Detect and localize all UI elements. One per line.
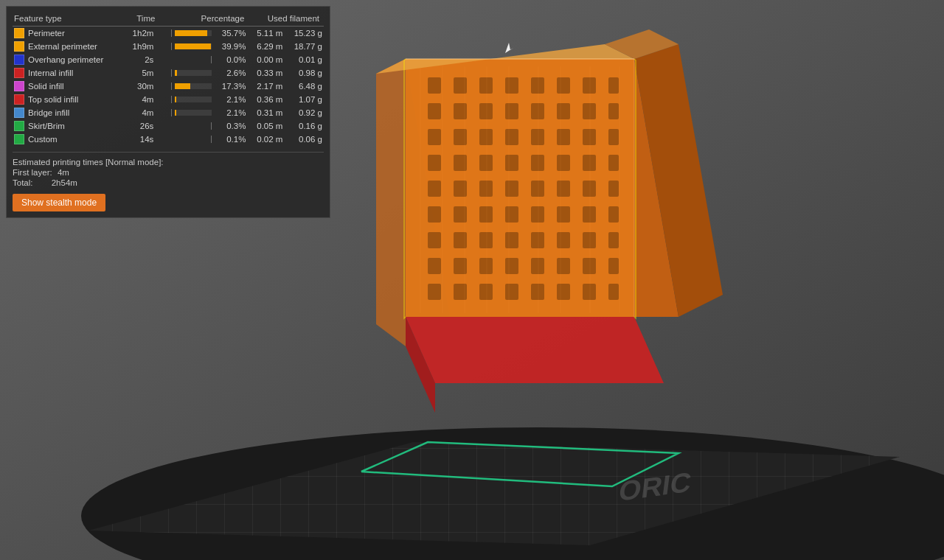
color-swatch bbox=[14, 94, 24, 105]
svg-rect-77 bbox=[531, 284, 544, 300]
grams-cell: 0.98 g bbox=[285, 66, 324, 80]
svg-rect-58 bbox=[454, 232, 467, 248]
feature-name-cell: Internal infill bbox=[13, 66, 125, 80]
grams-cell: 18.77 g bbox=[285, 40, 324, 53]
stats-panel: Feature type Time Percentage Used filame… bbox=[6, 6, 330, 218]
svg-rect-38 bbox=[557, 155, 570, 171]
svg-rect-53 bbox=[531, 206, 544, 223]
first-layer-line: First layer: 4m bbox=[13, 167, 324, 178]
svg-rect-41 bbox=[428, 181, 441, 197]
time-cell: 5m bbox=[125, 66, 159, 80]
svg-rect-10 bbox=[454, 77, 467, 94]
table-row: Perimeter 1h2m 35.7% 5.11 m 15.23 g bbox=[13, 27, 324, 41]
col-percentage: Percentage bbox=[159, 13, 249, 27]
percentage-cell: 17.3% bbox=[215, 80, 249, 93]
divider bbox=[211, 56, 212, 63]
bar-bg bbox=[175, 70, 212, 76]
svg-rect-61 bbox=[531, 232, 544, 248]
svg-rect-28 bbox=[505, 129, 518, 145]
svg-rect-11 bbox=[479, 77, 493, 94]
show-stealth-button[interactable]: Show stealth mode bbox=[13, 194, 105, 211]
svg-rect-72 bbox=[608, 258, 619, 274]
feature-label: Bridge infill bbox=[28, 108, 69, 117]
svg-rect-40 bbox=[608, 155, 619, 171]
feature-label: External perimeter bbox=[28, 42, 97, 51]
first-layer-value: 4m bbox=[58, 168, 69, 177]
color-swatch bbox=[14, 121, 24, 131]
svg-rect-63 bbox=[583, 232, 596, 248]
feature-label: Perimeter bbox=[28, 29, 65, 38]
time-cell: 26s bbox=[125, 119, 159, 133]
feature-label: Top solid infill bbox=[28, 95, 78, 104]
summary-section: Estimated printing times [Normal mode]: … bbox=[13, 152, 324, 188]
svg-rect-55 bbox=[583, 206, 596, 223]
grams-cell: 0.01 g bbox=[285, 53, 324, 66]
grams-cell: 0.92 g bbox=[285, 106, 324, 119]
bar-bg bbox=[175, 43, 212, 49]
table-row: Skirt/Brim 26s 0.3% 0.05 m 0.16 g bbox=[13, 119, 324, 133]
col-feature-type: Feature type bbox=[13, 13, 125, 27]
meters-cell: 0.33 m bbox=[249, 66, 285, 80]
meters-cell: 0.00 m bbox=[249, 53, 285, 66]
meters-cell: 6.29 m bbox=[249, 40, 285, 53]
color-swatch bbox=[14, 108, 24, 118]
feature-label: Solid infill bbox=[28, 82, 64, 91]
percentage-cell: 0.3% bbox=[215, 119, 249, 133]
feature-name-cell: Top solid infill bbox=[13, 93, 125, 106]
total-line: Total: 2h54m bbox=[13, 178, 324, 188]
svg-rect-13 bbox=[531, 77, 544, 94]
grams-cell: 0.16 g bbox=[285, 119, 324, 133]
time-cell: 1h9m bbox=[125, 40, 159, 53]
feature-name-cell: Bridge infill bbox=[13, 106, 125, 119]
svg-rect-26 bbox=[454, 129, 467, 145]
percentage-cell: 2.6% bbox=[215, 66, 249, 80]
time-cell: 4m bbox=[125, 106, 159, 119]
meters-cell: 5.11 m bbox=[249, 27, 285, 41]
bar-cell bbox=[159, 93, 214, 106]
svg-rect-71 bbox=[583, 258, 596, 274]
svg-rect-59 bbox=[479, 232, 493, 248]
total-value: 2h54m bbox=[52, 178, 77, 187]
svg-rect-39 bbox=[583, 155, 596, 171]
svg-rect-62 bbox=[557, 232, 570, 248]
svg-rect-27 bbox=[479, 129, 493, 145]
divider bbox=[171, 29, 172, 37]
bar-cell bbox=[159, 27, 214, 41]
svg-rect-76 bbox=[505, 284, 518, 300]
grams-cell: 6.48 g bbox=[285, 80, 324, 93]
total-label: Total: bbox=[13, 178, 33, 187]
svg-rect-31 bbox=[583, 129, 596, 145]
color-swatch bbox=[14, 41, 24, 52]
col-time: Time bbox=[125, 13, 159, 27]
svg-rect-20 bbox=[505, 103, 518, 119]
svg-rect-44 bbox=[505, 181, 518, 197]
percentage-cell: 2.1% bbox=[215, 106, 249, 119]
svg-rect-70 bbox=[557, 258, 570, 274]
svg-rect-73 bbox=[428, 284, 441, 300]
meters-cell: 0.31 m bbox=[249, 106, 285, 119]
feature-name-cell: Solid infill bbox=[13, 80, 125, 93]
bar-cell bbox=[159, 119, 214, 133]
svg-rect-12 bbox=[505, 77, 518, 94]
table-row: Top solid infill 4m 2.1% 0.36 m 1.07 g bbox=[13, 93, 324, 106]
svg-rect-32 bbox=[608, 129, 619, 145]
percentage-cell: 2.1% bbox=[215, 93, 249, 106]
bar-fill bbox=[175, 97, 177, 102]
svg-rect-66 bbox=[454, 258, 467, 274]
feature-name-cell: Custom bbox=[13, 133, 125, 146]
grams-cell: 15.23 g bbox=[285, 27, 324, 41]
time-cell: 30m bbox=[125, 80, 159, 93]
bar-bg bbox=[175, 83, 212, 89]
meters-cell: 0.02 m bbox=[249, 133, 285, 146]
feature-name-cell: Skirt/Brim bbox=[13, 119, 125, 133]
divider bbox=[171, 109, 172, 116]
bar-fill bbox=[175, 83, 191, 89]
svg-rect-33 bbox=[428, 155, 441, 171]
svg-rect-67 bbox=[479, 258, 493, 274]
divider bbox=[211, 122, 212, 130]
table-row: Internal infill 5m 2.6% 0.33 m 0.98 g bbox=[13, 66, 324, 80]
svg-rect-49 bbox=[428, 206, 441, 223]
table-row: Bridge infill 4m 2.1% 0.31 m 0.92 g bbox=[13, 106, 324, 119]
svg-rect-45 bbox=[531, 181, 544, 197]
svg-rect-24 bbox=[608, 103, 619, 119]
